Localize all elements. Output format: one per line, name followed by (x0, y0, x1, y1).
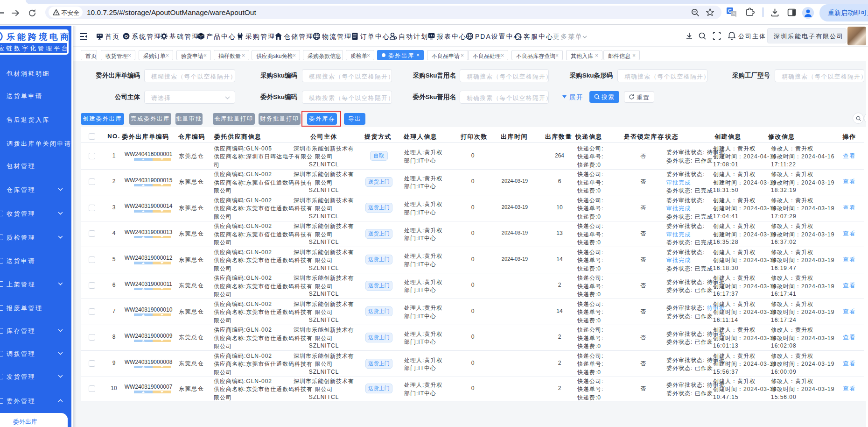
svg-text:A: A (733, 11, 735, 16)
svg-text:O: O (125, 34, 128, 39)
svg-text:G: G (728, 8, 732, 14)
